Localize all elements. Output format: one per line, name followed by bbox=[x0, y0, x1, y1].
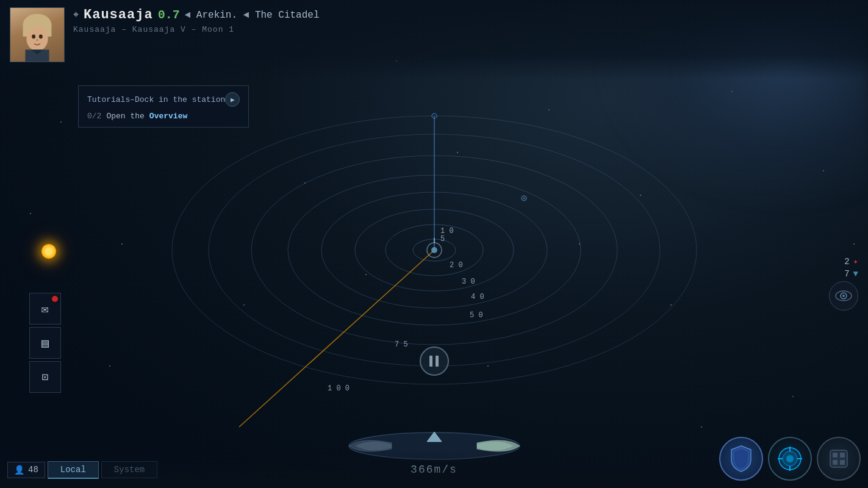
svg-text:2 0: 2 0 bbox=[450, 261, 463, 270]
overview-link[interactable]: Overview bbox=[149, 112, 187, 121]
local-tab[interactable]: Local bbox=[48, 461, 99, 479]
tutorial-panel: Tutorials–Dock in the station ▶ 0/2 Open… bbox=[78, 85, 249, 127]
module-button[interactable] bbox=[817, 437, 861, 481]
weapon-button[interactable] bbox=[768, 437, 812, 481]
left-sidebar: ✉ ▤ ⊡ bbox=[29, 293, 61, 393]
display-icon: ⊡ bbox=[42, 370, 49, 384]
progress-number: 0/2 bbox=[87, 112, 101, 121]
svg-text:1 0 0: 1 0 0 bbox=[328, 384, 350, 393]
svg-text:4 0: 4 0 bbox=[471, 293, 484, 301]
svg-rect-47 bbox=[833, 460, 838, 465]
location-subtitle: Kausaaja – Kausaaja V – Moon 1 bbox=[73, 25, 320, 34]
overview-indicator-button[interactable] bbox=[829, 281, 858, 310]
pause-icon bbox=[429, 356, 439, 367]
tutorial-progress: 0/2 Open the Overview bbox=[87, 112, 240, 121]
svg-point-23 bbox=[523, 197, 525, 199]
notification-dot bbox=[52, 296, 58, 302]
tutorial-header: Tutorials–Dock in the station ▶ bbox=[87, 92, 240, 107]
svg-text:3 0: 3 0 bbox=[462, 278, 475, 286]
top-right-panel: 2 ✦ 7 ▼ bbox=[829, 256, 858, 310]
module-icon bbox=[827, 447, 851, 471]
shield-icon bbox=[729, 445, 753, 473]
solar-object bbox=[41, 244, 56, 259]
svg-point-29 bbox=[32, 35, 35, 39]
svg-point-39 bbox=[786, 455, 794, 462]
radar-svg: 5 1 0 2 0 3 0 4 0 5 0 7 5 1 0 0 bbox=[160, 79, 709, 445]
people-icon: 👤 bbox=[14, 465, 24, 475]
character-name: Kausaaja bbox=[84, 7, 153, 23]
radar-container: 5 1 0 2 0 3 0 4 0 5 0 7 5 1 0 0 bbox=[160, 79, 709, 445]
header: ⌖ Kausaaja 0.7 ◄ Arekin. ◄ The Citadel K… bbox=[0, 0, 868, 79]
waypoint-icon: ⌖ bbox=[73, 9, 79, 21]
svg-point-30 bbox=[39, 35, 43, 39]
weapon-icon bbox=[777, 445, 803, 472]
svg-point-20 bbox=[431, 247, 437, 253]
location2[interactable]: The Citadel bbox=[255, 10, 320, 21]
svg-text:5 0: 5 0 bbox=[470, 311, 483, 320]
local-count-button[interactable]: 👤 48 bbox=[7, 462, 45, 478]
red-indicator-row: 2 ✦ bbox=[829, 256, 858, 267]
avatar-face bbox=[10, 8, 64, 62]
location1[interactable]: Arekin. bbox=[196, 10, 237, 21]
svg-point-36 bbox=[842, 295, 845, 297]
open-text: Open the bbox=[106, 112, 144, 121]
play-icon: ▶ bbox=[231, 96, 235, 104]
svg-rect-48 bbox=[840, 460, 845, 465]
system-tab[interactable]: System bbox=[101, 461, 157, 478]
local-count-number: 48 bbox=[28, 465, 38, 475]
svg-text:5: 5 bbox=[440, 235, 445, 243]
svg-rect-44 bbox=[830, 450, 847, 467]
assets-icon: ▤ bbox=[41, 336, 49, 351]
pause-button[interactable] bbox=[420, 346, 449, 376]
eye-icon bbox=[835, 290, 852, 302]
system-label: System bbox=[114, 465, 145, 475]
red-count: 2 bbox=[844, 257, 849, 267]
breadcrumb: ◄ Arekin. ◄ The Citadel bbox=[185, 10, 320, 21]
hostile-icon: ✦ bbox=[853, 256, 858, 267]
mail-button[interactable]: ✉ bbox=[29, 293, 61, 325]
svg-text:7 5: 7 5 bbox=[395, 340, 408, 349]
display-button[interactable]: ⊡ bbox=[29, 361, 61, 393]
assets-button[interactable]: ▤ bbox=[29, 327, 61, 359]
svg-rect-45 bbox=[833, 453, 838, 458]
neutral-indicator-row: 7 ▼ bbox=[829, 269, 858, 279]
bottom-right-buttons bbox=[719, 437, 861, 481]
tutorial-play-button[interactable]: ▶ bbox=[225, 92, 240, 107]
local-label: Local bbox=[60, 465, 86, 475]
shield-button[interactable] bbox=[719, 437, 763, 481]
neutral-icon: ▼ bbox=[853, 269, 858, 279]
svg-point-31 bbox=[36, 39, 38, 41]
neutral-count: 7 bbox=[844, 269, 849, 279]
security-status: 0.7 bbox=[158, 8, 180, 22]
svg-rect-46 bbox=[840, 453, 845, 458]
svg-point-28 bbox=[26, 27, 48, 51]
svg-text:1 0: 1 0 bbox=[440, 227, 454, 235]
char-name-row: ⌖ Kausaaja 0.7 ◄ Arekin. ◄ The Citadel bbox=[73, 7, 320, 23]
svg-line-10 bbox=[239, 250, 434, 427]
char-info: ⌖ Kausaaja 0.7 ◄ Arekin. ◄ The Citadel K… bbox=[73, 7, 320, 34]
avatar[interactable] bbox=[10, 7, 65, 62]
tutorial-title: Tutorials–Dock in the station bbox=[87, 95, 225, 104]
mail-icon: ✉ bbox=[41, 301, 49, 317]
